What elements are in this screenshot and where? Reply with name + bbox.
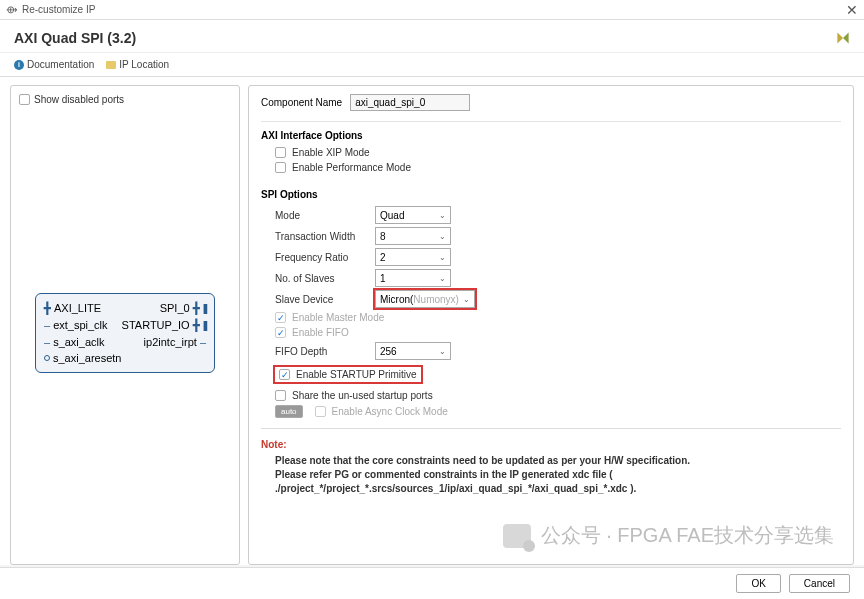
slave-suffix: Numonyx) [413, 294, 459, 305]
enable-perf-checkbox[interactable] [275, 162, 286, 173]
mode-label: Mode [275, 210, 375, 221]
port-s-axi-aclk: s_axi_aclk [53, 336, 104, 348]
freq-dropdown[interactable]: 2⌄ [375, 248, 451, 266]
share-startup-label: Share the un-used startup ports [292, 390, 433, 401]
nslaves-value: 1 [380, 273, 386, 284]
share-startup-checkbox[interactable] [275, 390, 286, 401]
nslaves-dropdown[interactable]: 1⌄ [375, 269, 451, 287]
plus-icon: ╋ [193, 302, 200, 314]
show-disabled-label: Show disabled ports [34, 94, 124, 105]
show-disabled-checkbox[interactable] [19, 94, 30, 105]
enable-perf-label: Enable Performance Mode [292, 162, 411, 173]
mode-dropdown[interactable]: Quad⌄ [375, 206, 451, 224]
note-heading: Note: [261, 439, 841, 450]
enable-xip-label: Enable XIP Mode [292, 147, 370, 158]
dash-icon: – [44, 319, 50, 331]
left-panel: Show disabled ports ╋AXI_LITE SPI_0 ╋ ||… [10, 85, 240, 565]
plus-icon: ╋ [193, 319, 200, 331]
footer: OK Cancel [0, 567, 864, 599]
note-line-1: Please note that the core constraints ne… [275, 454, 841, 468]
enable-master-checkbox [275, 312, 286, 323]
chevron-down-icon: ⌄ [439, 274, 446, 283]
chevron-down-icon: ⌄ [439, 211, 446, 220]
show-disabled-ports-row[interactable]: Show disabled ports [15, 92, 235, 107]
titlebar: ⟴ Re-customize IP ✕ [0, 0, 864, 20]
txw-dropdown[interactable]: 8⌄ [375, 227, 451, 245]
enable-startup-label: Enable STARTUP Primitive [296, 369, 417, 380]
slave-prefix: Micron( [380, 294, 413, 305]
port-s-axi-aresetn: s_axi_aresetn [53, 352, 122, 364]
info-icon: i [14, 60, 24, 70]
dash-icon: – [44, 336, 50, 348]
fifo-depth-value: 256 [380, 346, 397, 357]
plus-icon: ╋ [44, 302, 51, 315]
bus-icon: ||| [203, 319, 206, 331]
circle-icon [44, 355, 50, 361]
port-ip2intc: ip2intc_irpt [144, 336, 197, 348]
chevron-down-icon: ⌄ [463, 295, 470, 304]
nslaves-label: No. of Slaves [275, 273, 375, 284]
txw-label: Transaction Width [275, 231, 375, 242]
close-icon[interactable]: ✕ [846, 2, 858, 18]
window-title: Re-customize IP [22, 4, 95, 15]
port-axi-lite: AXI_LITE [54, 302, 101, 314]
ip-block-diagram: ╋AXI_LITE SPI_0 ╋ ||| –ext_spi_clk START… [35, 293, 215, 373]
ok-button[interactable]: OK [736, 574, 780, 593]
main: Show disabled ports ╋AXI_LITE SPI_0 ╋ ||… [0, 77, 864, 565]
enable-fifo-checkbox [275, 327, 286, 338]
fifo-depth-label: FIFO Depth [275, 346, 375, 357]
folder-icon [106, 61, 116, 69]
right-panel: Component Name AXI Interface Options Ena… [248, 85, 854, 565]
dash-icon: – [200, 336, 206, 348]
note-line-2: Please refer PG or commented constraints… [275, 468, 841, 496]
component-name-input[interactable] [350, 94, 470, 111]
xilinx-logo-icon [836, 31, 850, 45]
enable-startup-checkbox[interactable] [279, 369, 290, 380]
component-name-label: Component Name [261, 97, 342, 108]
bus-icon: ||| [203, 302, 206, 314]
ip-location-label: IP Location [119, 59, 169, 70]
chevron-down-icon: ⌄ [439, 232, 446, 241]
port-ext-spi-clk: ext_spi_clk [53, 319, 107, 331]
mode-value: Quad [380, 210, 404, 221]
ip-location-link[interactable]: IP Location [106, 59, 169, 70]
enable-fifo-label: Enable FIFO [292, 327, 349, 338]
documentation-label: Documentation [27, 59, 94, 70]
freq-label: Frequency Ratio [275, 252, 375, 263]
documentation-link[interactable]: i Documentation [14, 59, 94, 70]
slave-label: Slave Device [275, 294, 375, 305]
txw-value: 8 [380, 231, 386, 242]
fifo-depth-dropdown[interactable]: 256⌄ [375, 342, 451, 360]
cancel-button[interactable]: Cancel [789, 574, 850, 593]
axi-section-head: AXI Interface Options [261, 130, 841, 141]
page-title: AXI Quad SPI (3.2) [14, 30, 136, 46]
slave-device-dropdown[interactable]: Micron(Numonyx)⌄ [375, 290, 475, 308]
auto-button[interactable]: auto [275, 405, 303, 418]
enable-master-label: Enable Master Mode [292, 312, 384, 323]
chevron-down-icon: ⌄ [439, 253, 446, 262]
enable-async-checkbox [315, 406, 326, 417]
port-spi0: SPI_0 [160, 302, 190, 314]
spi-section-head: SPI Options [261, 189, 841, 200]
port-startup-io: STARTUP_IO [122, 319, 190, 331]
toolbar: i Documentation IP Location [0, 53, 864, 77]
enable-xip-checkbox[interactable] [275, 147, 286, 158]
enable-async-label: Enable Async Clock Mode [332, 406, 448, 417]
header: AXI Quad SPI (3.2) [0, 20, 864, 53]
chevron-down-icon: ⌄ [439, 347, 446, 356]
refresh-icon: ⟴ [6, 4, 18, 15]
freq-value: 2 [380, 252, 386, 263]
